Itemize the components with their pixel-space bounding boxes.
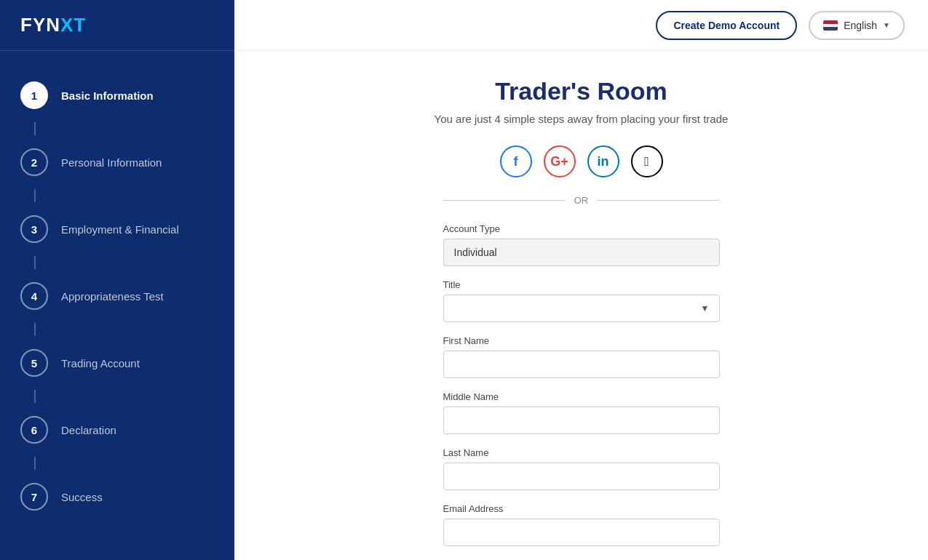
- sidebar-step-5[interactable]: 6Declaration: [0, 403, 234, 457]
- sidebar-step-4[interactable]: 5Trading Account: [0, 336, 234, 390]
- last-name-group: Last Name: [443, 447, 720, 490]
- step-circle-5: 6: [20, 416, 48, 444]
- account-type-select[interactable]: Individual Corporate: [443, 239, 720, 266]
- step-circle-3: 4: [20, 282, 48, 310]
- step-label-6: Success: [61, 491, 103, 503]
- flag-icon: [823, 20, 838, 31]
- last-name-input[interactable]: [443, 463, 720, 490]
- main-content: Create Demo Account English ▼ Trader's R…: [234, 0, 928, 560]
- step-circle-2: 3: [20, 215, 48, 243]
- title-label: Title: [443, 279, 720, 290]
- logo-fyn: FYN: [20, 14, 60, 36]
- step-label-1: Personal Information: [61, 156, 162, 169]
- first-name-group: First Name: [443, 335, 720, 378]
- step-circle-1: 2: [20, 148, 48, 176]
- apple-icon: : [644, 154, 649, 169]
- apple-button[interactable]: : [631, 145, 663, 177]
- sidebar-step-0[interactable]: 1Basic Information: [0, 68, 234, 122]
- step-circle-4: 5: [20, 349, 48, 377]
- topbar: Create Demo Account English ▼: [234, 0, 928, 51]
- first-name-label: First Name: [443, 335, 720, 346]
- sidebar-step-2[interactable]: 3Employment & Financial: [0, 202, 234, 256]
- step-label-2: Employment & Financial: [61, 223, 179, 236]
- step-connector-0: [34, 122, 36, 135]
- or-line-left: [443, 200, 566, 201]
- create-demo-button[interactable]: Create Demo Account: [656, 11, 797, 40]
- facebook-button[interactable]: f: [500, 145, 532, 177]
- or-line-right: [597, 200, 719, 201]
- email-label: Email Address: [443, 503, 720, 514]
- language-selector[interactable]: English ▼: [809, 11, 905, 40]
- logo: FYNXT: [0, 0, 234, 51]
- facebook-icon: f: [514, 154, 518, 169]
- sidebar: FYNXT 1Basic Information2Personal Inform…: [0, 0, 234, 560]
- social-buttons: f G+ in : [263, 145, 899, 177]
- sidebar-step-1[interactable]: 2Personal Information: [0, 135, 234, 189]
- step-connector-1: [34, 189, 36, 202]
- step-label-4: Trading Account: [61, 357, 140, 369]
- step-circle-6: 7: [20, 483, 48, 511]
- steps-list: 1Basic Information2Personal Information3…: [0, 51, 234, 560]
- registration-form: Account Type Individual Corporate Title …: [443, 223, 720, 546]
- google-icon: G+: [550, 154, 568, 169]
- linkedin-button[interactable]: in: [587, 145, 619, 177]
- language-label: English: [844, 20, 877, 31]
- chevron-down-icon: ▼: [883, 21, 890, 29]
- step-connector-3: [34, 323, 36, 336]
- google-button[interactable]: G+: [544, 145, 576, 177]
- title-select-wrapper: Mr Mrs Ms Dr ▼: [443, 295, 720, 322]
- step-circle-0: 1: [20, 81, 48, 109]
- page-title: Trader's Room: [263, 77, 899, 105]
- step-label-0: Basic Information: [61, 89, 154, 102]
- sidebar-step-3[interactable]: 4Appropriateness Test: [0, 269, 234, 323]
- linkedin-icon: in: [598, 154, 609, 169]
- logo-xt: XT: [60, 14, 86, 36]
- last-name-label: Last Name: [443, 447, 720, 458]
- step-label-5: Declaration: [61, 424, 116, 436]
- middle-name-input[interactable]: [443, 407, 720, 434]
- logo-text: FYNXT: [20, 14, 86, 36]
- or-divider: OR: [443, 195, 720, 206]
- middle-name-group: Middle Name: [443, 391, 720, 434]
- page-subtitle: You are just 4 simple steps away from pl…: [263, 113, 899, 125]
- step-connector-2: [34, 256, 36, 269]
- email-input[interactable]: [443, 519, 720, 546]
- account-type-label: Account Type: [443, 223, 720, 234]
- email-group: Email Address: [443, 503, 720, 546]
- title-group: Title Mr Mrs Ms Dr ▼: [443, 279, 720, 322]
- step-connector-4: [34, 390, 36, 403]
- step-label-3: Appropriateness Test: [61, 290, 164, 303]
- first-name-input[interactable]: [443, 351, 720, 378]
- title-select[interactable]: Mr Mrs Ms Dr: [443, 295, 720, 322]
- account-type-group: Account Type Individual Corporate: [443, 223, 720, 266]
- middle-name-label: Middle Name: [443, 391, 720, 402]
- step-connector-5: [34, 457, 36, 470]
- form-container: Trader's Room You are just 4 simple step…: [234, 51, 928, 560]
- sidebar-step-6[interactable]: 7Success: [0, 470, 234, 524]
- or-text: OR: [574, 195, 589, 206]
